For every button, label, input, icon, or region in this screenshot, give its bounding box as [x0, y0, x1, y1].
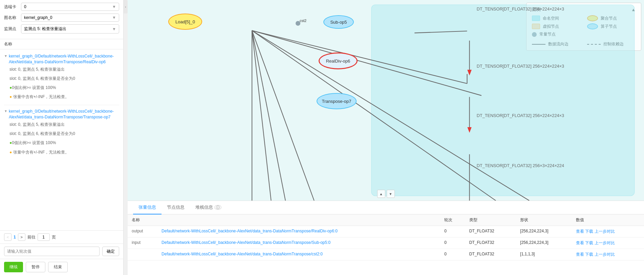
legend-cyan: 命名空间 [532, 15, 580, 21]
item-link-2[interactable]: kernel_graph_0/Default/network-WithLossC… [9, 109, 119, 120]
legend-blue-label: 算子节点 [601, 24, 617, 29]
row3-round: 0 [440, 249, 465, 260]
graph-area[interactable]: 图例 ▲ 命名空间 聚合节点 虚拟节点 [128, 0, 644, 201]
legend-circle-icon [532, 32, 537, 37]
legend-dashed-icon [587, 44, 601, 45]
row1-link[interactable]: Default/network-WithLossCell/_backbone-A… [162, 229, 338, 233]
next-page-button[interactable]: > [18, 233, 25, 241]
col-round: 轮次 [440, 214, 465, 226]
dot-orange-icon: ● [9, 94, 12, 99]
row2-role: input [128, 237, 157, 249]
page-input[interactable] [38, 233, 50, 241]
node-sub[interactable]: Sub-op5 [323, 15, 354, 29]
node-transpose[interactable]: Transpose-op7 [317, 93, 357, 109]
list-item-2: ▼ kernel_graph_0/Default/network-WithLos… [0, 107, 123, 158]
legend-orange: 虚拟节点 [532, 23, 580, 29]
row1-actions[interactable]: 查看 下载 上一步对比 [572, 226, 644, 237]
row2-link[interactable]: Default/network-WithLossCell/_backbone-A… [162, 240, 330, 245]
list-item-header-2[interactable]: ▼ kernel_graph_0/Default/network-WithLos… [4, 109, 119, 120]
monitor-select-arrow: ▼ [112, 27, 116, 31]
round-input[interactable] [4, 247, 100, 256]
svg-text:DT_TENSOR[DT_FLOAT32] 256×224×: DT_TENSOR[DT_FLOAT32] 256×224×224×3 [477, 113, 564, 118]
name-section-title: 名称 [0, 39, 123, 49]
legend-cyan-icon [532, 16, 540, 21]
col-value: 数值 [572, 214, 644, 226]
row3-role [128, 249, 157, 260]
node-realdiv[interactable]: RealDiv-op6 [319, 52, 358, 69]
card-label: 选端卡 [4, 4, 21, 10]
node-load[interactable]: Load[5]_0 [168, 14, 202, 30]
row2-shape: [256,224,224,3] [516, 237, 572, 249]
monitor-label: 监测点 [4, 26, 21, 32]
info-table-wrap: 名称 轮次 类型 形状 数值 output Default/networ [128, 214, 644, 260]
legend-yellow-icon [587, 15, 598, 21]
monitor-select[interactable]: 监测点 5: 检查张量溢出 ▼ [21, 24, 119, 33]
card-select[interactable]: 0 ▼ [21, 3, 119, 11]
round-input-row: 确定 [0, 244, 123, 259]
item-detail-2c: ●0值比例>= 设置值 100% [4, 138, 119, 147]
table-header-row: 名称 轮次 类型 形状 数值 [128, 214, 644, 226]
legend-collapse-icon[interactable]: ▲ [631, 7, 636, 12]
row3-link[interactable]: Default/network-WithLossCell/_backbone-A… [162, 252, 323, 256]
svg-line-3 [252, 30, 285, 201]
svg-line-8 [252, 30, 529, 201]
nav-up-button[interactable]: ▲ [377, 190, 385, 198]
legend-circle: 常量节点 [532, 31, 580, 37]
svg-line-7 [252, 30, 496, 201]
stop-button[interactable]: 结束 [48, 262, 68, 272]
sidebar-form: 选端卡 0 ▼ 图名称 kernel_graph_0 ▼ 监测点 监测点 5: … [0, 0, 123, 39]
pause-button[interactable]: 暂停 [26, 262, 45, 272]
row2-actions[interactable]: 查看 下载 上一步对比 [572, 237, 644, 249]
svg-line-4 [252, 30, 271, 201]
svg-text:DT_TENSOR[DT_FLOAT32] 256×3×22: DT_TENSOR[DT_FLOAT32] 256×3×224×224 [477, 163, 564, 168]
pagination: < 1 > 前往 页 [0, 230, 123, 244]
legend-blue: 算子节点 [587, 23, 636, 29]
item-link-1[interactable]: kernel_graph_0/Default/network-WithLossC… [9, 53, 119, 65]
sidebar-list: ▼ kernel_graph_0/Default/network-WithLos… [0, 49, 123, 230]
legend-dashed: 控制依赖边 [587, 41, 636, 47]
confirm-button[interactable]: 确定 [102, 247, 119, 256]
nav-down-button[interactable]: ▼ [387, 190, 395, 198]
table-row: output Default/network-WithLossCell/_bac… [128, 226, 644, 237]
dot-green-icon: ● [9, 85, 12, 90]
graph-select[interactable]: kernel_graph_0 ▼ [21, 14, 119, 22]
dot-orange-icon-2: ● [9, 150, 12, 155]
svg-line-6 [252, 30, 481, 95]
tab-tensor[interactable]: 张量信息 [133, 201, 162, 214]
row3-type: DT_FLOAT32 [465, 249, 516, 260]
row1-link-cell: Default/network-WithLossCell/_backbone-A… [157, 226, 440, 237]
legend-solid-label: 数据流向边 [548, 41, 568, 47]
node-cst-label: cst2 [300, 19, 306, 23]
item-detail-1d: ● 张量中含有+/-INF，无法检查。 [4, 92, 119, 101]
svg-line-2 [252, 30, 314, 201]
row3-shape: [1,1,1,3] [516, 249, 572, 260]
row1-type: DT_FLOAT32 [465, 226, 516, 237]
row2-type: DT_FLOAT32 [465, 237, 516, 249]
legend-grid: 命名空间 聚合节点 虚拟节点 算子节点 [532, 15, 636, 47]
row3-actions[interactable]: 查看 下载 上一步对比 [572, 249, 644, 260]
col-type: 类型 [465, 214, 516, 226]
info-table: 名称 轮次 类型 形状 数值 output Default/networ [128, 214, 644, 260]
page-goto-suffix: 页 [52, 234, 56, 240]
sidebar-collapse-button[interactable]: ‹ [124, 0, 128, 14]
legend-yellow-label: 聚合节点 [601, 16, 617, 21]
legend-orange-icon [532, 24, 540, 29]
item-detail-1c: ●0值比例>= 设置值 100% [4, 83, 119, 92]
sidebar: 选端卡 0 ▼ 图名称 kernel_graph_0 ▼ 监测点 监测点 5: … [0, 0, 124, 275]
current-page: 1 [14, 235, 16, 239]
list-item-header-1[interactable]: ▼ kernel_graph_0/Default/network-WithLos… [4, 53, 119, 65]
row1-shape: [256,224,224,3] [516, 226, 572, 237]
row2-round: 0 [440, 237, 465, 249]
monitor-row: 监测点 监测点 5: 检查张量溢出 ▼ [4, 24, 119, 33]
collapse-arrow-icon: ▼ [4, 54, 7, 58]
prev-page-button[interactable]: < [4, 233, 12, 241]
list-divider [4, 105, 119, 105]
tab-stack[interactable]: 堆栈信息 ⓘ [190, 201, 227, 214]
legend-cyan-label: 命名空间 [543, 16, 559, 21]
tab-node[interactable]: 节点信息 [162, 201, 190, 214]
legend-solid-icon [532, 44, 545, 45]
graph-nav: ▲ ▼ [377, 190, 395, 198]
card-select-arrow: ▼ [112, 4, 116, 9]
list-item: ▼ kernel_graph_0/Default/network-WithLos… [0, 52, 123, 103]
continue-button[interactable]: 继续 [4, 262, 23, 272]
